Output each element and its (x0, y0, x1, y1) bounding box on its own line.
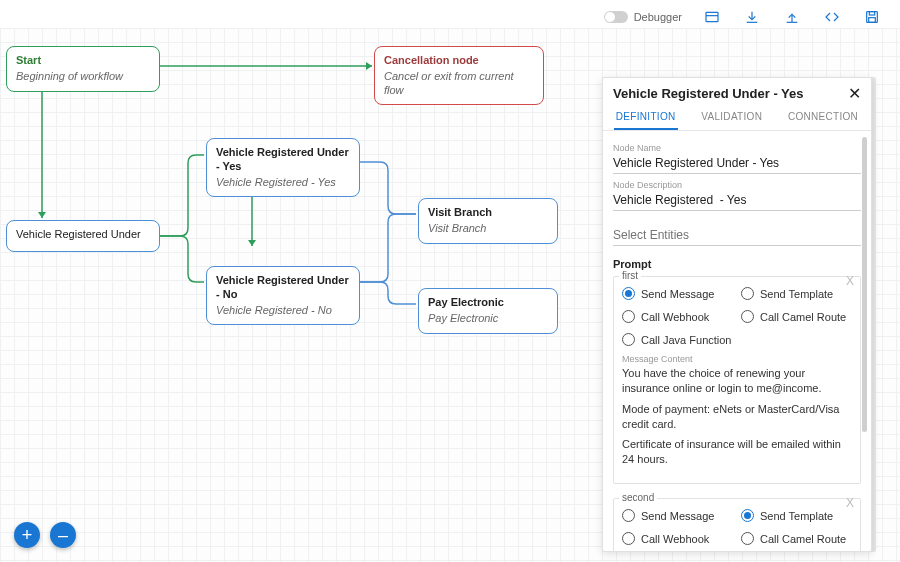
properties-panel: Vehicle Registered Under - Yes ✕ DEFINIT… (602, 77, 872, 552)
prompt-heading: Prompt (613, 258, 861, 270)
fab-group: + – (14, 522, 76, 548)
radio-icon (741, 532, 754, 545)
download-icon[interactable] (742, 7, 762, 27)
prompt-remove-icon[interactable]: X (846, 274, 854, 288)
radio-call-webhook[interactable]: Call Webhook (622, 532, 733, 545)
panel-tabs: DEFINITION VALIDATION CONNECTION (603, 105, 871, 131)
app-root: Debugger (0, 0, 900, 562)
node-subtitle: Vehicle Registered - No (216, 304, 350, 318)
prompt-block-first: first X Send Message Send Template Call … (613, 276, 861, 484)
node-start[interactable]: Start Beginning of workflow (6, 46, 160, 92)
radio-send-template[interactable]: Send Template (741, 509, 852, 522)
panel-body: Node Name Node Description Prompt first … (603, 131, 871, 551)
node-subtitle: Vehicle Registered - Yes (216, 176, 350, 190)
radio-icon (741, 287, 754, 300)
node-subtitle: Pay Electronic (428, 312, 548, 326)
node-desc-label: Node Description (613, 180, 861, 190)
close-icon[interactable]: ✕ (848, 84, 861, 103)
panel-title: Vehicle Registered Under - Yes (613, 86, 804, 101)
debugger-label: Debugger (634, 11, 682, 23)
tab-connection[interactable]: CONNECTION (786, 105, 860, 130)
code-icon[interactable] (822, 7, 842, 27)
save-icon[interactable] (862, 7, 882, 27)
node-title: Vehicle Registered Under (16, 228, 150, 242)
node-name-input[interactable] (613, 153, 861, 174)
node-subtitle: Visit Branch (428, 222, 548, 236)
radio-icon (622, 532, 635, 545)
svg-rect-4 (869, 18, 876, 23)
prompt-remove-icon[interactable]: X (846, 496, 854, 510)
radio-send-message[interactable]: Send Message (622, 509, 733, 522)
radio-call-java[interactable]: Call Java Function (622, 333, 852, 346)
radio-send-message[interactable]: Send Message (622, 287, 733, 300)
radio-send-template[interactable]: Send Template (741, 287, 852, 300)
node-cancellation[interactable]: Cancellation node Cancel or exit from cu… (374, 46, 544, 105)
node-title: Vehicle Registered Under - Yes (216, 146, 350, 174)
node-vru[interactable]: Vehicle Registered Under (6, 220, 160, 252)
svg-marker-6 (38, 212, 46, 218)
upload-icon[interactable] (782, 7, 802, 27)
node-name-label: Node Name (613, 143, 861, 153)
debugger-toggle[interactable]: Debugger (604, 11, 682, 23)
tab-validation[interactable]: VALIDATION (699, 105, 764, 130)
message-content-label: Message Content (622, 354, 852, 364)
prompt-tag: second (619, 492, 657, 503)
node-desc-input[interactable] (613, 190, 861, 211)
tab-definition[interactable]: DEFINITION (614, 105, 678, 130)
radio-icon (622, 287, 635, 300)
radio-call-webhook[interactable]: Call Webhook (622, 310, 733, 323)
node-title: Visit Branch (428, 206, 548, 220)
radio-icon (622, 310, 635, 323)
radio-call-camel[interactable]: Call Camel Route (741, 310, 852, 323)
add-button[interactable]: + (14, 522, 40, 548)
svg-rect-3 (869, 12, 874, 15)
node-subtitle: Beginning of workflow (16, 70, 150, 84)
panel-scrollbar[interactable] (862, 137, 867, 432)
node-vru-no[interactable]: Vehicle Registered Under - No Vehicle Re… (206, 266, 360, 325)
message-content-body[interactable]: You have the choice of renewing your ins… (622, 366, 852, 467)
entities-input[interactable] (613, 225, 861, 246)
node-title: Vehicle Registered Under - No (216, 274, 350, 302)
remove-button[interactable]: – (50, 522, 76, 548)
top-toolbar: Debugger (604, 0, 900, 28)
radio-icon (741, 509, 754, 522)
radio-call-camel[interactable]: Call Camel Route (741, 532, 852, 545)
svg-marker-7 (248, 240, 256, 246)
prompt-block-second: second X Send Message Send Template Call… (613, 498, 861, 551)
radio-icon (741, 310, 754, 323)
svg-rect-0 (706, 12, 718, 21)
layout-icon[interactable] (702, 7, 722, 27)
prompt-tag: first (619, 270, 641, 281)
svg-marker-5 (366, 62, 372, 70)
radio-icon (622, 333, 635, 346)
node-title: Cancellation node (384, 54, 534, 68)
radio-icon (622, 509, 635, 522)
node-pay-electronic[interactable]: Pay Electronic Pay Electronic (418, 288, 558, 334)
node-visit-branch[interactable]: Visit Branch Visit Branch (418, 198, 558, 244)
node-title: Start (16, 54, 150, 68)
node-subtitle: Cancel or exit from current flow (384, 70, 534, 98)
node-vru-yes[interactable]: Vehicle Registered Under - Yes Vehicle R… (206, 138, 360, 197)
toggle-switch[interactable] (604, 11, 628, 23)
node-title: Pay Electronic (428, 296, 548, 310)
